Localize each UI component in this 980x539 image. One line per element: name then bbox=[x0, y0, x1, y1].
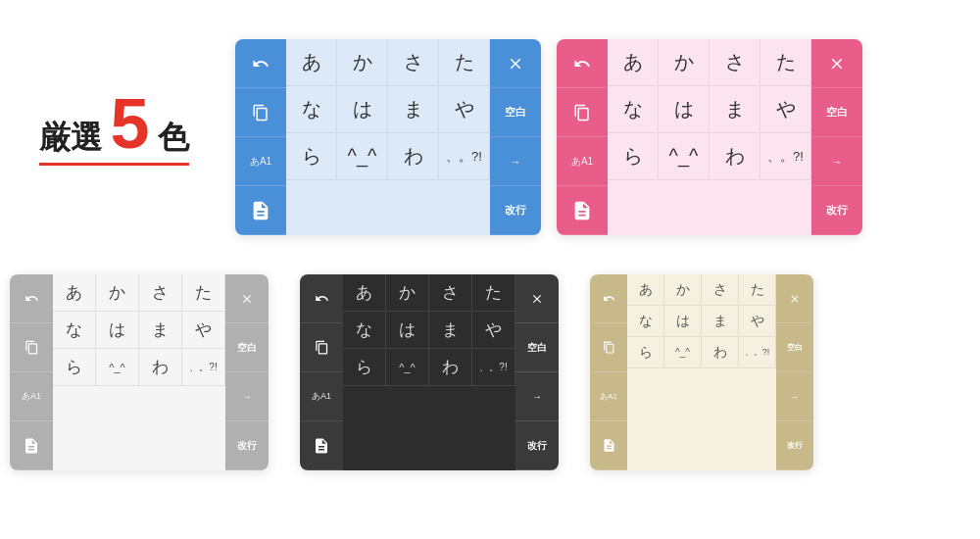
key-ka-white[interactable]: か bbox=[96, 274, 139, 312]
arrow-btn-dark[interactable]: → bbox=[515, 372, 559, 421]
key-punct[interactable]: 、。?! bbox=[439, 133, 490, 180]
key-ha-dark[interactable]: は bbox=[386, 312, 429, 349]
key-sa-pink[interactable]: さ bbox=[710, 39, 760, 86]
key-face-white[interactable]: ^_^ bbox=[96, 349, 139, 386]
key-ha-white[interactable]: は bbox=[96, 312, 139, 349]
key-ma-white[interactable]: ま bbox=[139, 312, 182, 349]
enter-btn-dark[interactable]: 改行 bbox=[515, 421, 559, 470]
undo-btn-pink[interactable] bbox=[557, 39, 608, 88]
key-na-pink[interactable]: な bbox=[608, 86, 659, 133]
delete-btn-white[interactable] bbox=[225, 274, 269, 323]
symbol-btn-pink[interactable] bbox=[557, 186, 608, 235]
undo-btn-dark[interactable] bbox=[300, 274, 343, 323]
clipboard-btn-pink[interactable] bbox=[557, 88, 608, 137]
key-ka-dark[interactable]: か bbox=[386, 274, 429, 312]
key-ma-dark[interactable]: ま bbox=[429, 312, 472, 349]
key-punct-white[interactable]: 、。?! bbox=[182, 349, 225, 386]
symbol-btn-white[interactable] bbox=[10, 421, 53, 470]
kana-btn-pink[interactable]: あA1 bbox=[557, 137, 608, 186]
key-ya-white[interactable]: や bbox=[182, 312, 225, 349]
key-ta-pink[interactable]: た bbox=[760, 39, 811, 86]
key-sa[interactable]: さ bbox=[388, 39, 439, 86]
key-a-dark[interactable]: あ bbox=[343, 274, 386, 312]
enter-btn-cream[interactable]: 改行 bbox=[776, 421, 813, 470]
key-punct-dark[interactable]: 、。?! bbox=[472, 349, 515, 386]
kana-btn-dark[interactable]: あA1 bbox=[300, 372, 343, 421]
key-ta[interactable]: た bbox=[439, 39, 490, 86]
key-ka-cream[interactable]: か bbox=[664, 274, 702, 306]
key-ha-cream[interactable]: は bbox=[664, 306, 702, 337]
undo-btn-blue[interactable] bbox=[235, 39, 286, 88]
key-ta-dark[interactable]: た bbox=[472, 274, 515, 312]
key-ra-white[interactable]: ら bbox=[53, 349, 96, 386]
key-ra[interactable]: ら bbox=[286, 133, 337, 180]
kana-btn-blue[interactable]: あA1 bbox=[235, 137, 286, 186]
delete-btn-blue[interactable] bbox=[490, 39, 541, 88]
key-ta-white[interactable]: た bbox=[182, 274, 225, 312]
enter-btn-blue[interactable]: 改行 bbox=[490, 186, 541, 235]
kana-btn-cream[interactable]: あA1 bbox=[590, 372, 627, 421]
key-sa-dark[interactable]: さ bbox=[429, 274, 472, 312]
key-punct-pink[interactable]: 、。?! bbox=[760, 133, 811, 180]
key-na-cream[interactable]: な bbox=[627, 306, 664, 337]
key-face[interactable]: ^_^ bbox=[337, 133, 388, 180]
clipboard-btn-dark[interactable] bbox=[300, 323, 343, 372]
key-face-cream[interactable]: ^_^ bbox=[664, 337, 702, 368]
key-ya-pink[interactable]: や bbox=[760, 86, 811, 133]
key-ra-pink[interactable]: ら bbox=[608, 133, 659, 180]
key-wa-dark[interactable]: わ bbox=[429, 349, 472, 386]
key-wa-pink[interactable]: わ bbox=[710, 133, 760, 180]
symbol-btn-cream[interactable] bbox=[590, 421, 627, 470]
key-ka[interactable]: か bbox=[337, 39, 388, 86]
key-ra-cream[interactable]: ら bbox=[627, 337, 664, 368]
key-na-dark[interactable]: な bbox=[343, 312, 386, 349]
key-wa-cream[interactable]: わ bbox=[702, 337, 739, 368]
key-ya-cream[interactable]: や bbox=[739, 306, 776, 337]
enter-btn-pink[interactable]: 改行 bbox=[811, 186, 862, 235]
key-na-white[interactable]: な bbox=[53, 312, 96, 349]
key-a[interactable]: あ bbox=[286, 39, 337, 86]
arrow-btn-cream[interactable]: → bbox=[776, 372, 813, 421]
key-ha[interactable]: は bbox=[337, 86, 388, 133]
symbol-btn-dark[interactable] bbox=[300, 421, 343, 470]
key-ya[interactable]: や bbox=[439, 86, 490, 133]
key-wa[interactable]: わ bbox=[388, 133, 439, 180]
key-a-white[interactable]: あ bbox=[53, 274, 96, 312]
key-ra-dark[interactable]: ら bbox=[343, 349, 386, 386]
key-a-cream[interactable]: あ bbox=[627, 274, 664, 306]
enter-btn-white[interactable]: 改行 bbox=[225, 421, 269, 470]
clipboard-btn-white[interactable] bbox=[10, 323, 53, 372]
delete-btn-cream[interactable] bbox=[776, 274, 813, 323]
clipboard-btn-blue[interactable] bbox=[235, 88, 286, 137]
clipboard-btn-cream[interactable] bbox=[590, 323, 627, 372]
delete-btn-dark[interactable] bbox=[515, 274, 559, 323]
key-punct-cream[interactable]: 、。?! bbox=[739, 337, 776, 368]
key-a-pink[interactable]: あ bbox=[608, 39, 659, 86]
key-sa-white[interactable]: さ bbox=[139, 274, 182, 312]
arrow-btn-pink[interactable]: → bbox=[811, 137, 862, 186]
undo-btn-white[interactable] bbox=[10, 274, 53, 323]
symbol-btn-blue[interactable] bbox=[235, 186, 286, 235]
delete-btn-pink[interactable] bbox=[811, 39, 862, 88]
arrow-btn-white[interactable]: → bbox=[225, 372, 269, 421]
space-btn-cream[interactable]: 空白 bbox=[776, 323, 813, 372]
key-ta-cream[interactable]: た bbox=[739, 274, 776, 306]
key-ma-pink[interactable]: ま bbox=[710, 86, 760, 133]
key-wa-white[interactable]: わ bbox=[139, 349, 182, 386]
kana-btn-white[interactable]: あA1 bbox=[10, 372, 53, 421]
key-ma-cream[interactable]: ま bbox=[702, 306, 739, 337]
space-btn-white[interactable]: 空白 bbox=[225, 323, 269, 372]
key-na[interactable]: な bbox=[286, 86, 337, 133]
space-btn-dark[interactable]: 空白 bbox=[515, 323, 559, 372]
key-ha-pink[interactable]: は bbox=[659, 86, 710, 133]
key-face-pink[interactable]: ^_^ bbox=[659, 133, 710, 180]
key-ya-dark[interactable]: や bbox=[472, 312, 515, 349]
key-face-dark[interactable]: ^_^ bbox=[386, 349, 429, 386]
space-btn-blue[interactable]: 空白 bbox=[490, 88, 541, 137]
key-ma[interactable]: ま bbox=[388, 86, 439, 133]
key-sa-cream[interactable]: さ bbox=[702, 274, 739, 306]
undo-btn-cream[interactable] bbox=[590, 274, 627, 323]
key-ka-pink[interactable]: か bbox=[659, 39, 710, 86]
arrow-btn-blue[interactable]: → bbox=[490, 137, 541, 186]
space-btn-pink[interactable]: 空白 bbox=[811, 88, 862, 137]
